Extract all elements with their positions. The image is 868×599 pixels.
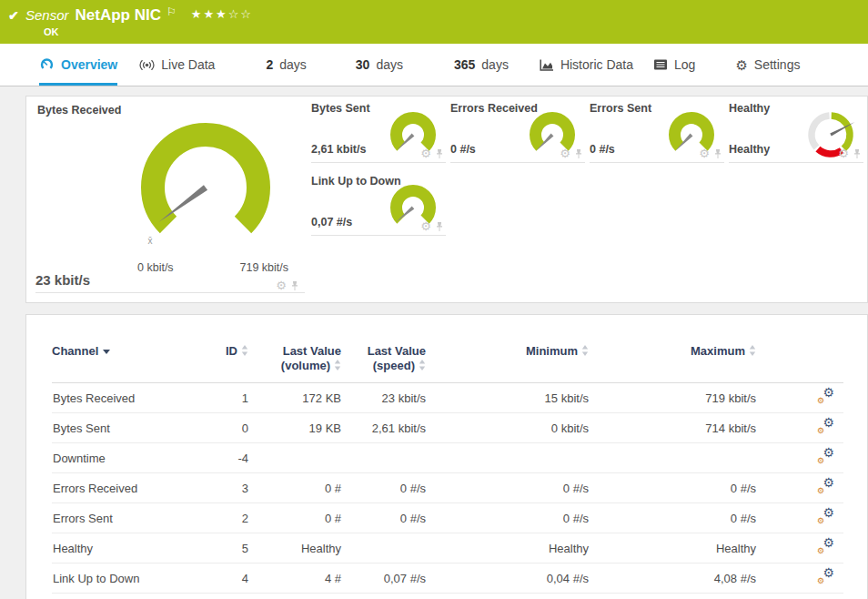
sort-icon [419, 360, 426, 371]
channel-gear-icon[interactable]: ⚙ [699, 147, 710, 159]
table-row[interactable]: Errors Sent 2 0 # 0 #/s 0 #/s 0 #/s ⚙⚙ [52, 503, 843, 533]
col-last-value-volume[interactable]: Last Value (volume) [248, 344, 341, 383]
channel-name: Downtime [52, 443, 197, 473]
gauge-title: Errors Received [450, 102, 538, 115]
table-row[interactable]: Errors Received 3 0 # 0 #/s 0 #/s 0 #/s … [52, 473, 843, 503]
pin-icon[interactable] [290, 280, 299, 291]
tab-overview[interactable]: Overview [39, 44, 117, 86]
pin-icon[interactable] [853, 148, 862, 159]
col-minimum[interactable]: Minimum [426, 344, 589, 383]
tab-30-days-unit: days [376, 57, 403, 72]
gauge-title: Errors Sent [590, 102, 651, 115]
tab-365-days-number: 365 [454, 57, 475, 72]
maximum-value: 0 #/s [589, 503, 756, 533]
last-value-volume [248, 443, 341, 473]
col-sublabel: (volume) [281, 359, 330, 372]
link-up-to-down-tile: Link Up to Down 0,07 #/s ⚙ [311, 169, 446, 236]
tab-2-days[interactable]: 2 days [266, 44, 306, 86]
last-value-volume: 0 # [248, 473, 341, 503]
minimum-value: Healthy [426, 533, 589, 563]
col-maximum[interactable]: Maximum [589, 344, 756, 383]
channel-gear-icon[interactable]: ⚙ [838, 147, 849, 159]
table-row[interactable]: Downtime -4 ⚙⚙ [52, 443, 843, 473]
priority-stars[interactable]: ★★★☆☆ [191, 7, 253, 21]
tab-settings[interactable]: ⚙ Settings [735, 44, 800, 86]
maximum-value [589, 443, 756, 473]
minimum-value: 0 #/s [426, 503, 589, 533]
channel-id: 2 [197, 503, 248, 533]
channel-name: Bytes Sent [52, 413, 197, 443]
last-value-speed: 2,61 kbit/s [341, 413, 426, 443]
tab-365-days[interactable]: 365 days [454, 44, 509, 86]
col-id[interactable]: ID [197, 344, 248, 383]
col-last-value-speed[interactable]: Last Value (speed) [341, 344, 426, 383]
sort-icon [334, 360, 341, 371]
content-area: Bytes Received x̄ 0 kbit/s 719 kbit/s 23… [0, 86, 868, 599]
gauge-title: Bytes Sent [311, 102, 370, 115]
gauge-value: 0 #/s [590, 143, 615, 156]
channel-settings-icon[interactable]: ⚙⚙ [817, 539, 834, 554]
pin-icon[interactable] [713, 148, 722, 159]
sort-icon [581, 345, 589, 356]
last-value-speed: 0 #/s [341, 473, 426, 503]
tab-live-data[interactable]: Live Data [139, 44, 215, 86]
bytes-received-tile: Bytes Received x̄ 0 kbit/s 719 kbit/s 23… [26, 96, 307, 302]
table-row[interactable]: Bytes Sent 0 19 KB 2,61 kbit/s 0 kbit/s … [52, 413, 843, 443]
channel-name: Link Up to Down [52, 563, 197, 594]
channel-gear-icon[interactable]: ⚙ [276, 279, 287, 291]
tab-30-days[interactable]: 30 days [356, 44, 403, 86]
col-maximum-label: Maximum [691, 344, 745, 358]
channel-name: Bytes Received [52, 383, 197, 413]
channel-gear-icon[interactable]: ⚙ [420, 147, 431, 159]
sort-icon [749, 345, 756, 356]
last-value-speed: 23 kbit/s [341, 383, 426, 413]
pin-icon[interactable] [574, 148, 583, 159]
last-value-speed [341, 533, 426, 563]
pin-icon[interactable] [435, 148, 444, 159]
channel-settings-icon[interactable]: ⚙⚙ [817, 479, 834, 494]
sensor-header: ✔ Sensor NetApp NIC ⚐ ★★★☆☆ OK [0, 0, 868, 44]
table-row[interactable]: Bytes Received 1 172 KB 23 kbit/s 15 kbi… [52, 383, 843, 413]
tab-historic-data[interactable]: Historic Data [540, 44, 633, 86]
col-label: Last Value [368, 344, 426, 358]
col-channel[interactable]: Channel [52, 344, 197, 383]
bytes-received-gauge: x̄ [110, 111, 301, 246]
tab-365-days-unit: days [481, 57, 509, 72]
gauge-value: Healthy [729, 143, 770, 156]
gauge-scale-max: 719 kbit/s [239, 261, 288, 274]
channel-id: 3 [197, 473, 248, 503]
tab-2-days-number: 2 [266, 57, 273, 72]
channel-id: 4 [197, 563, 248, 594]
channels-panel: Channel ID Last Value (volume) Last Valu… [25, 314, 868, 599]
tab-live-data-label: Live Data [161, 57, 215, 72]
tab-bar: Overview Live Data 2 days 30 days 365 da… [0, 44, 868, 86]
log-icon [653, 58, 668, 71]
gauge-value: 0,07 #/s [311, 216, 352, 228]
errors-sent-tile: Errors Sent 0 #/s ⚙ [590, 96, 724, 163]
table-row[interactable]: Link Up to Down 4 4 # 0,07 #/s 0,04 #/s … [52, 563, 843, 594]
minimum-value: 0 #/s [426, 473, 589, 503]
channel-settings-icon[interactable]: ⚙⚙ [817, 569, 834, 584]
table-header-row: Channel ID Last Value (volume) Last Valu… [52, 344, 843, 383]
maximum-value: 0 #/s [589, 473, 756, 503]
tab-log[interactable]: Log [653, 44, 695, 86]
table-row[interactable]: Healthy 5 Healthy Healthy Healthy ⚙⚙ [52, 533, 843, 563]
gauge-value: 0 #/s [450, 143, 476, 156]
last-value-volume: 172 KB [248, 383, 341, 413]
gauge-value: 2,61 kbit/s [311, 143, 366, 156]
tab-30-days-number: 30 [356, 57, 370, 72]
gauge-title: Healthy [729, 102, 770, 115]
channel-gear-icon[interactable]: ⚙ [420, 220, 431, 232]
channel-settings-icon[interactable]: ⚙⚙ [817, 419, 834, 434]
tab-settings-label: Settings [754, 57, 801, 72]
pin-icon[interactable] [435, 221, 444, 232]
channel-settings-icon[interactable]: ⚙⚙ [817, 449, 834, 464]
channel-settings-icon[interactable]: ⚙⚙ [817, 509, 834, 524]
channel-settings-icon[interactable]: ⚙⚙ [817, 389, 834, 404]
errors-received-tile: Errors Received 0 #/s ⚙ [450, 96, 585, 163]
channel-gear-icon[interactable]: ⚙ [560, 147, 570, 159]
last-value-speed [341, 443, 426, 473]
col-id-label: ID [226, 344, 237, 358]
channel-name: Healthy [52, 533, 197, 563]
check-icon: ✔ [8, 8, 19, 23]
